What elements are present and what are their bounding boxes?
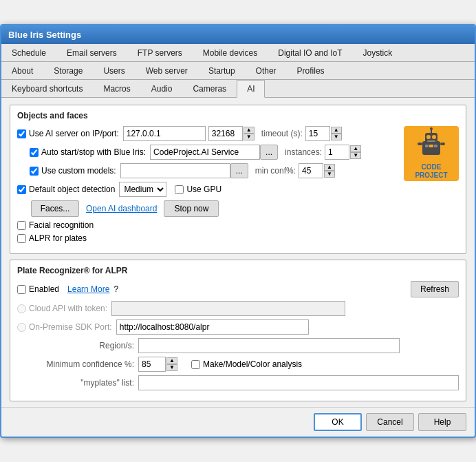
- min-conf-input[interactable]: [299, 163, 323, 178]
- alpr-checkbox[interactable]: [17, 234, 26, 243]
- min-conf-spin-up[interactable]: ▲: [324, 164, 335, 171]
- svg-point-2: [426, 135, 431, 139]
- cloud-api-radio[interactable]: [17, 304, 26, 313]
- port-spin-up[interactable]: ▲: [244, 127, 255, 134]
- custom-models-input[interactable]: [120, 163, 230, 178]
- min-conf-spin-down[interactable]: ▼: [324, 171, 335, 178]
- svg-point-3: [432, 135, 436, 139]
- custom-models-ellipsis-btn[interactable]: ...: [230, 163, 248, 178]
- custom-models-row: Use custom models: ... min conf%: ▲ ▼: [30, 163, 397, 178]
- tab-storage[interactable]: Storage: [43, 62, 93, 79]
- use-gpu-label[interactable]: Use GPU: [175, 185, 221, 194]
- ai-ip-input[interactable]: [123, 126, 206, 141]
- tab-audio[interactable]: Audio: [141, 80, 183, 97]
- plate-enabled-checkbox[interactable]: [17, 285, 26, 294]
- tab-email-servers[interactable]: Email servers: [56, 44, 127, 61]
- region-input[interactable]: [138, 338, 400, 353]
- svg-rect-10: [418, 143, 422, 145]
- tab-ai[interactable]: AI: [237, 80, 265, 98]
- use-ai-checkbox[interactable]: [17, 129, 26, 138]
- refresh-btn[interactable]: Refresh: [411, 281, 459, 297]
- tab-web-server[interactable]: Web server: [136, 62, 198, 79]
- service-ellipsis-btn[interactable]: ...: [260, 145, 278, 160]
- tab-joystick[interactable]: Joystick: [353, 44, 403, 61]
- on-premise-radio[interactable]: [17, 323, 26, 332]
- ai-fields: Use AI server on IP/port: ▲ ▼ timeout (s…: [17, 126, 397, 246]
- tab-mobile-devices[interactable]: Mobile devices: [193, 44, 268, 61]
- custom-models-checkbox[interactable]: [30, 167, 39, 176]
- use-ai-server-row: Use AI server on IP/port: ▲ ▼ timeout (s…: [17, 126, 397, 141]
- tab-keyboard-shortcuts[interactable]: Keyboard shortcuts: [1, 80, 93, 97]
- svg-point-5: [430, 127, 433, 130]
- tab-startup[interactable]: Startup: [198, 62, 246, 79]
- make-model-checkbox[interactable]: [191, 360, 200, 369]
- instances-spin-down[interactable]: ▼: [350, 152, 361, 159]
- auto-start-checkbox[interactable]: [30, 148, 39, 157]
- faces-btn[interactable]: Faces...: [31, 200, 79, 217]
- cloud-api-label[interactable]: Cloud API with token:: [17, 304, 107, 313]
- tab-row-2: About Storage Users Web server Startup O…: [1, 62, 475, 80]
- tab-row-3: Keyboard shortcuts Macros Audio Cameras …: [1, 80, 475, 98]
- alpr-label[interactable]: ALPR for plates: [17, 233, 87, 243]
- plate-section: Plate Recognizer® for ALPR Enabled Learn…: [10, 260, 466, 401]
- alpr-row: ALPR for plates: [17, 233, 397, 243]
- ok-button[interactable]: OK: [314, 413, 362, 431]
- cancel-button[interactable]: Cancel: [366, 413, 414, 431]
- region-label: Region/s:: [17, 341, 134, 350]
- tab-cameras[interactable]: Cameras: [182, 80, 237, 97]
- help-button[interactable]: Help: [418, 413, 466, 431]
- tab-digital-io[interactable]: Digital IO and IoT: [268, 44, 352, 61]
- objects-title: Objects and faces: [17, 111, 459, 120]
- facial-recognition-label[interactable]: Facial recognition: [17, 220, 94, 230]
- on-premise-row: On-Premise SDK Port:: [17, 319, 459, 335]
- tab-users[interactable]: Users: [93, 62, 135, 79]
- timeout-input[interactable]: [305, 126, 330, 141]
- port-spin-down[interactable]: ▼: [244, 134, 255, 140]
- instances-spin-up[interactable]: ▲: [350, 145, 361, 152]
- question-mark[interactable]: ?: [113, 284, 118, 294]
- myplates-row: "myplates" list:: [17, 375, 459, 390]
- tab-schedule[interactable]: Schedule: [1, 44, 56, 61]
- auto-start-label[interactable]: Auto start/stop with Blue Iris:: [30, 147, 146, 157]
- timeout-label: timeout (s):: [261, 129, 303, 138]
- cloud-api-input: [111, 301, 345, 316]
- make-model-label[interactable]: Make/Model/Color analysis: [191, 359, 302, 369]
- default-detection-checkbox[interactable]: [17, 185, 26, 194]
- faces-row: Faces... Open AI dashboard Stop now: [31, 200, 397, 217]
- timeout-spin-up[interactable]: ▲: [331, 127, 342, 134]
- plate-enabled-label[interactable]: Enabled: [17, 284, 59, 294]
- default-detection-label[interactable]: Default object detection: [17, 185, 115, 194]
- default-detection-row: Default object detection Low Medium High…: [17, 182, 397, 197]
- min-conf-plate-spin-up[interactable]: ▲: [166, 357, 177, 364]
- tab-other[interactable]: Other: [246, 62, 287, 79]
- timeout-spin-down[interactable]: ▼: [331, 134, 342, 140]
- min-conf-plate-spin-down[interactable]: ▼: [166, 364, 177, 371]
- min-conf-plate-input[interactable]: [138, 357, 166, 372]
- ai-logo: CODE PROJECT: [404, 126, 459, 181]
- on-premise-label[interactable]: On-Premise SDK Port:: [17, 322, 112, 332]
- tab-ftp-servers[interactable]: FTP servers: [127, 44, 193, 61]
- learn-more-link[interactable]: Learn More: [67, 284, 109, 294]
- tab-macros[interactable]: Macros: [93, 80, 140, 97]
- svg-rect-7: [425, 145, 429, 147]
- region-row: Region/s:: [17, 338, 459, 353]
- instances-input[interactable]: [325, 145, 349, 160]
- myplates-input[interactable]: [138, 375, 459, 390]
- min-conf-plate-spinner: ▲ ▼: [166, 357, 177, 371]
- facial-recognition-checkbox[interactable]: [17, 221, 26, 230]
- dashboard-link[interactable]: Open AI dashboard: [86, 204, 157, 213]
- service-input[interactable]: [150, 145, 260, 160]
- svg-rect-0: [422, 141, 440, 155]
- sensitivity-select[interactable]: Low Medium High: [119, 182, 166, 197]
- use-ai-label[interactable]: Use AI server on IP/port:: [17, 129, 119, 138]
- port-spinner: ▲ ▼: [244, 127, 255, 140]
- on-premise-input[interactable]: [116, 319, 309, 335]
- svg-rect-9: [434, 145, 437, 147]
- ai-port-input[interactable]: [208, 126, 243, 141]
- custom-models-label[interactable]: Use custom models:: [30, 166, 116, 176]
- stop-btn[interactable]: Stop now: [164, 200, 219, 217]
- tab-about[interactable]: About: [1, 62, 43, 79]
- tab-profiles[interactable]: Profiles: [287, 62, 335, 79]
- cloud-api-row: Cloud API with token:: [17, 301, 459, 316]
- use-gpu-checkbox[interactable]: [175, 185, 184, 194]
